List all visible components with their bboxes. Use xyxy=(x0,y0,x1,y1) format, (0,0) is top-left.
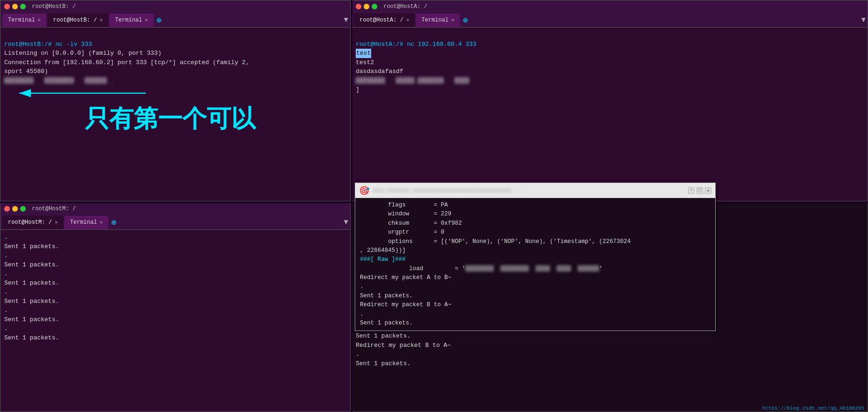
hostm-line: . xyxy=(4,288,8,295)
hostm-tab-add[interactable]: ⊕ xyxy=(111,217,116,228)
statusbar: https://blog.csdn.net/qq_46106285 xyxy=(758,405,868,412)
scapy-options: options = [('NOP', None), ('NOP', None),… xyxy=(360,238,631,245)
hostm-terminal-content[interactable]: . Sent 1 packets. . Sent 1 packets. . Se… xyxy=(0,230,350,412)
scapy-titlebar: 🎯 ████ ███████ █████████████████████████… xyxy=(355,183,715,198)
hostb-prompt-line1: root@HostB:/# nc -lv 333 xyxy=(4,41,92,48)
hosta-close-btn[interactable] xyxy=(356,4,361,9)
hostm-line: . xyxy=(4,270,8,277)
hostb-line4: sport 45580) xyxy=(4,68,48,75)
scapy-flags: flags = PA xyxy=(360,202,448,208)
scapy-icon: 🎯 xyxy=(359,185,369,196)
scapy-dot2: . xyxy=(360,311,364,317)
hostb-max-btn[interactable] xyxy=(20,4,26,9)
hosta-tab-scroll[interactable]: ▼ xyxy=(861,16,866,24)
hostm-min-btn[interactable] xyxy=(12,206,18,212)
hostm-line: . xyxy=(4,325,8,332)
hostb-titlebar: root@HostB: / xyxy=(0,0,350,13)
hosta-titlebar: root@HostA: / xyxy=(352,0,868,13)
scapy-urgptr: urgptr = 0 xyxy=(360,229,444,235)
hostb-line5-blurred: ████████ ████████ ██████ _ xyxy=(4,77,114,84)
hosta-terminal-content[interactable]: root@HostA:/# nc 192.168.60.4 333 test t… xyxy=(352,28,868,201)
hostb-close-btn[interactable] xyxy=(4,4,10,9)
scapy-close-btn[interactable]: ✕ xyxy=(705,187,711,194)
hostb-tab-1[interactable]: Terminal ✕ xyxy=(2,14,46,27)
scapy-term-sent1: Sent 1 packets. xyxy=(356,332,411,339)
hosta-line4: dasdasdafasdf xyxy=(356,68,403,75)
scapy-dot1: . xyxy=(360,283,364,290)
hosta-tab-1[interactable]: root@HostA: / ✕ xyxy=(354,14,415,27)
hostb-tab-add[interactable]: ⊕ xyxy=(157,15,162,25)
hosta-window-title: root@HostA: / xyxy=(383,3,427,10)
scapy-raw-header: ###[ Raw ]### xyxy=(360,256,406,263)
hostb-tab-bar: Terminal ✕ root@HostB: / ✕ Terminal ✕ ⊕ … xyxy=(0,13,350,28)
scapy-output-content[interactable]: flags = PA window = 229 chksum = 0xf982 … xyxy=(355,198,715,331)
scapy-maximize-btn[interactable]: □ xyxy=(696,187,703,194)
hosta-tab-2[interactable]: Terminal ✕ xyxy=(416,14,460,27)
hostm-tab-1[interactable]: root@HostM: / ✕ xyxy=(2,216,63,229)
terminal-hostb: root@HostB: / Terminal ✕ root@HostB: / ✕… xyxy=(0,0,351,201)
scapy-minimize-btn[interactable]: ─ xyxy=(688,187,695,194)
hostb-min-btn[interactable] xyxy=(12,4,18,9)
statusbar-url: https://blog.csdn.net/qq_46106285 xyxy=(762,405,864,411)
hostm-line: Sent 1 packets. xyxy=(4,280,59,287)
hostm-tab-bar: root@HostM: / ✕ Terminal ✕ ⊕ ▼ xyxy=(0,215,350,230)
scapy-title-text: ████ ███████ ███████████████████████████… xyxy=(372,188,686,193)
hosta-tab1-close[interactable]: ✕ xyxy=(406,17,410,23)
hostb-tab2-close[interactable]: ✕ xyxy=(100,17,103,23)
hostm-tab-2[interactable]: Terminal ✕ xyxy=(64,216,108,229)
scapy-load: load = '████████ ████████ ████ ████ ████… xyxy=(360,265,603,272)
hosta-tab-add[interactable]: ⊕ xyxy=(463,15,468,25)
hosta-tab-bar: root@HostA: / ✕ Terminal ✕ ⊕ ▼ xyxy=(352,13,868,28)
scapy-term-redir-b: Redirect my packet B to A~ xyxy=(356,342,451,349)
hostm-line: . xyxy=(4,307,8,314)
hostb-tab-2[interactable]: root@HostB: / ✕ xyxy=(47,14,108,27)
scapy-window: window = 229 xyxy=(360,211,451,217)
scapy-redirect-a: Redirect my packet A to B~ xyxy=(360,274,451,281)
hostm-line: Sent 1 packets. xyxy=(4,316,59,323)
hosta-max-btn[interactable] xyxy=(372,4,377,9)
hosta-selected-text: test xyxy=(356,49,371,58)
scapy-term-dot2: . xyxy=(356,351,359,358)
hostb-terminal-content[interactable]: root@HostB:/# nc -lv 333 Listening on [0… xyxy=(0,28,350,201)
hostb-tab-scroll[interactable]: ▼ xyxy=(344,16,348,24)
hostm-tab-scroll[interactable]: ▼ xyxy=(344,218,348,227)
scapy-chksum: chksum = 0xf982 xyxy=(360,220,462,227)
hostb-tab-3[interactable]: Terminal ✕ xyxy=(109,14,153,27)
scapy-options-cont: , 22664845))] xyxy=(360,247,406,254)
hostm-window-title: root@HostM: / xyxy=(32,206,76,212)
hostb-window-title: root@HostB: / xyxy=(32,3,76,10)
hostm-line: . xyxy=(4,252,8,259)
hosta-prompt-line1: root@HostA:/# nc 192.168.60.4 333 xyxy=(356,41,476,48)
terminal-hosta: root@HostA: / root@HostA: / ✕ Terminal ✕… xyxy=(352,0,868,201)
hostm-close-btn[interactable] xyxy=(4,206,10,212)
scapy-floating-window: 🎯 ████ ███████ █████████████████████████… xyxy=(355,183,716,331)
hosta-line3: test2 xyxy=(356,59,374,66)
hostb-line3: Connection from [192.168.60.2] port 333 … xyxy=(4,59,249,66)
hostb-tab1-close[interactable]: ✕ xyxy=(38,17,41,23)
hosta-line5-blurred: ████████ █████_███████ ████ xyxy=(356,77,469,84)
scapy-title-blurred: ████ ███████ ███████████████████████████… xyxy=(372,188,524,193)
hosta-tab2-close[interactable]: ✕ xyxy=(451,17,455,23)
hosta-min-btn[interactable] xyxy=(364,4,369,9)
terminal-hostm: root@HostM: / root@HostM: / ✕ Terminal ✕… xyxy=(0,202,351,412)
hostb-tab3-close[interactable]: ✕ xyxy=(145,17,148,23)
scapy-load-blurred: ████████ ████████ ████ ████ ██████ xyxy=(465,265,599,272)
hostm-tab1-close[interactable]: ✕ xyxy=(55,219,58,225)
hostm-titlebar: root@HostM: / xyxy=(0,203,350,215)
hostm-line: Sent 1 packets. xyxy=(4,334,59,341)
hostm-line: Sent 1 packets. xyxy=(4,243,59,250)
hostm-line: Sent 1 packets. xyxy=(4,261,59,268)
hostm-max-btn[interactable] xyxy=(20,206,26,212)
scapy-sent2: Sent 1 packets. xyxy=(360,320,413,326)
hostm-line: . xyxy=(4,234,8,241)
scapy-term-sent2: Sent 1 packets. xyxy=(356,360,411,367)
hostm-line: Sent 1 packets. xyxy=(4,298,59,305)
hostb-annotation-text: 只有第一个可以 xyxy=(85,100,255,137)
hosta-line6: ] xyxy=(356,86,359,93)
scapy-sent1: Sent 1 packets. xyxy=(360,293,413,299)
scapy-redirect-b: Redirect my packet B to A~ xyxy=(360,302,451,308)
hostb-line2: Listening on [0.0.0.0] (family 0, port 3… xyxy=(4,50,161,57)
vertical-divider xyxy=(351,0,352,412)
hostm-tab2-close[interactable]: ✕ xyxy=(100,219,103,225)
